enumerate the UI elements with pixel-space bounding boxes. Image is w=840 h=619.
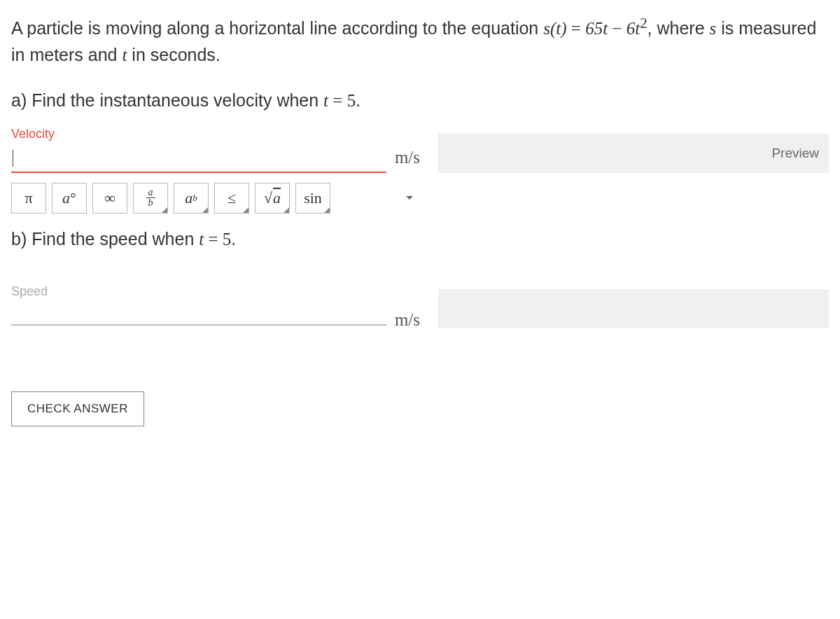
speed-field-label: Speed <box>11 284 420 299</box>
speed-input[interactable] <box>11 302 386 326</box>
speed-input-block: Speed m/s <box>11 284 420 330</box>
part-a-label: a) Find the instantaneous velocity when … <box>11 88 829 114</box>
problem-suffix-1: , where <box>648 18 710 38</box>
velocity-input[interactable] <box>11 144 386 173</box>
pi-button[interactable]: π <box>11 183 46 214</box>
speed-preview <box>438 289 829 328</box>
problem-statement: A particle is moving along a horizontal … <box>11 13 829 68</box>
velocity-field-label: Velocity <box>11 127 420 141</box>
sin-button[interactable]: sin <box>295 183 330 214</box>
speed-row: Speed m/s <box>11 284 829 330</box>
problem-var-s: s <box>710 19 717 38</box>
fraction-button[interactable]: ab <box>133 183 168 214</box>
problem-equation: s(t) = 65t − 6t2 <box>543 19 647 38</box>
problem-prefix: A particle is moving along a horizontal … <box>11 18 543 38</box>
degree-button[interactable]: a° <box>52 183 87 214</box>
part-b-label: b) Find the speed when t = 5. <box>11 226 829 253</box>
infinity-button[interactable]: ∞ <box>92 183 127 214</box>
toolbar-more-dropdown[interactable] <box>399 195 420 201</box>
speed-unit: m/s <box>395 310 420 330</box>
sqrt-button[interactable]: √a <box>255 183 290 214</box>
velocity-input-block: Velocity m/s <box>11 127 420 173</box>
velocity-preview: Preview <box>438 134 829 173</box>
power-button[interactable]: ab <box>174 183 209 214</box>
velocity-unit: m/s <box>395 148 420 167</box>
velocity-row: Velocity m/s Preview <box>11 127 829 173</box>
math-toolbar: π a° ∞ ab ab ≤ √a sin <box>11 183 420 214</box>
problem-suffix-3: in seconds. <box>127 45 220 64</box>
check-answer-button[interactable]: CHECK ANSWER <box>11 391 144 426</box>
leq-button[interactable]: ≤ <box>214 183 249 214</box>
